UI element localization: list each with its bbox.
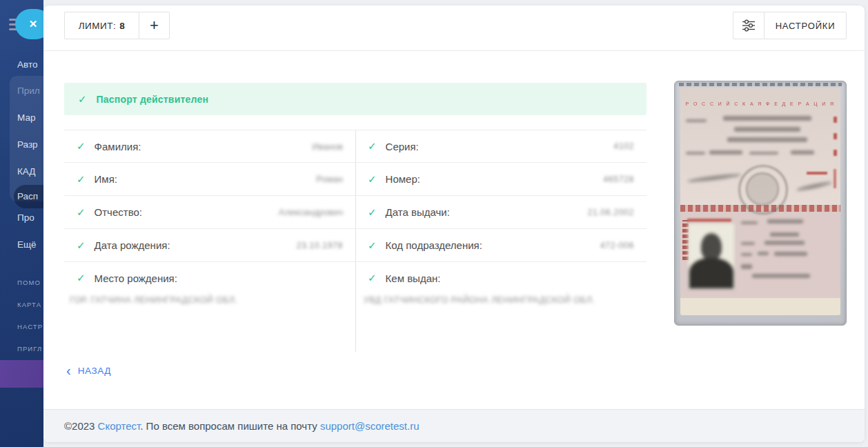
sidebar-item-2[interactable]: Мар [17,112,35,123]
check-icon: ✓ [368,239,377,252]
passport-bottom-page [680,212,840,298]
sidebar-item-invite[interactable]: ПРИГЛ [17,345,42,352]
sidebar-item-0[interactable]: Авто [17,59,37,70]
chevron-left-icon: ‹ [66,364,71,377]
check-icon: ✓ [77,140,86,152]
check-icon: ✓ [368,173,377,186]
sidebar-item-1[interactable]: Прил [17,86,40,96]
field-label: Дата выдачи: [386,206,450,218]
close-button[interactable]: ✕ [15,9,43,39]
copyright-text: ©2023 [64,420,98,432]
passport-photo [688,223,735,289]
filter-settings-button[interactable] [733,12,764,39]
sidebar: ✕ Авто Прил Мар Разр КАД Расп Про Ещё ПО… [0,0,43,447]
field-row-patronymic: ✓ Отчество: Александрович [64,196,355,229]
field-label: Код подразделения: [386,239,482,251]
check-icon: ✓ [77,272,86,284]
settings-button[interactable]: НАСТРОЙКИ [764,12,847,39]
back-link[interactable]: ‹ НАЗАД [66,364,111,377]
footer: ©2023 Скортест. По всем вопросам пишите … [43,409,865,442]
check-icon: ✓ [368,140,377,152]
sidebar-item-help[interactable]: ПОМО [17,279,41,286]
passport-sleeve-edge [679,83,842,86]
limit-display: ЛИМИТ: 8 [64,12,139,39]
sidebar-item-7[interactable]: Ещё [17,239,37,250]
field-label: Фамилия: [95,141,141,152]
check-icon: ✓ [368,272,377,284]
field-row-series: ✓ Серия: 4102 [355,130,647,163]
field-value-blurred: Александрович [279,207,343,217]
brand-link[interactable]: Скортест [98,420,141,432]
sidebar-item-5-selected[interactable]: Расп [17,191,38,201]
field-value-blurred: 465728 [603,175,634,184]
passport-image-preview[interactable]: Р О С С И Й С К А Я Ф Е Д Е Р А Ц И Я [674,81,847,326]
field-value-blurred: УВД ГАТЧИНСКОГО РАЙОНА ЛЕНИНГРАДСКОЙ ОБЛ… [364,295,647,305]
check-icon: ✓ [77,173,86,186]
field-label: Отчество: [95,206,142,218]
sliders-icon [742,19,756,32]
field-value-blurred: ГОР. ГАТЧИНА ЛЕНИНГРАДСКОЙ ОБЛ. [70,295,355,305]
back-label: НАЗАД [78,366,111,376]
status-text: Паспорт действителен [97,94,208,105]
plus-icon: + [150,17,159,34]
field-row-number: ✓ Номер: 465728 [355,163,647,196]
sidebar-item-4[interactable]: КАД [17,166,35,177]
close-icon: ✕ [29,18,38,30]
field-row-firstname: ✓ Имя: Роман [64,163,355,196]
field-row-birthplace: ✓ Место рождения: ГОР. ГАТЧИНА ЛЕНИНГРАД… [64,262,355,346]
support-email-link[interactable]: support@scoretest.ru [320,420,420,432]
check-icon: ✓ [78,93,87,106]
plan-banner[interactable]: ♛ ОСТ 4 Д [0,360,43,388]
field-row-issue-date: ✓ Дата выдачи: 21.06.2002 [355,196,647,229]
check-icon: ✓ [77,239,86,252]
field-row-birthdate: ✓ Дата рождения: 23.10.1978 [64,229,355,262]
limit-label: ЛИМИТ: [79,21,117,31]
sidebar-item-settings[interactable]: НАСТР [17,323,43,330]
field-value-blurred: Роман [316,174,343,184]
main-panel: ЛИМИТ: 8 + НАСТРОЙКИ ✓ Па [43,6,865,442]
passport-title: Р О С С И Й С К А Я Ф Е Д Е Р А Ц И Я [680,101,840,106]
status-banner: ✓ Паспорт действителен [64,83,647,115]
check-icon: ✓ [77,206,86,219]
settings-label: НАСТРОЙКИ [776,21,836,31]
limit-value: 8 [119,21,125,31]
sidebar-item-3[interactable]: Разр [17,139,38,150]
field-label: Кем выдан: [386,272,441,284]
field-value-blurred: 23.10.1978 [296,241,343,250]
add-limit-button[interactable]: + [139,12,170,39]
passport-pages: Р О С С И Й С К А Я Ф Е Д Е Р А Ц И Я [680,88,840,315]
footer-middle-text: . По всем вопросам пишите на почту [140,420,320,432]
field-value-blurred: 4102 [613,141,634,151]
app-root: ✕ Авто Прил Мар Разр КАД Расп Про Ещё ПО… [0,0,868,447]
field-row-issued-by: ✓ Кем выдан: УВД ГАТЧИНСКОГО РАЙОНА ЛЕНИ… [355,262,647,346]
sidebar-item-6[interactable]: Про [17,212,34,223]
field-label: Дата рождения: [95,239,170,251]
field-label: Серия: [386,141,419,152]
check-icon: ✓ [368,206,377,219]
field-row-division-code: ✓ Код подразделения: 472-006 [355,229,647,262]
topbar: ЛИМИТ: 8 + НАСТРОЙКИ [43,6,865,51]
field-label: Номер: [386,173,420,185]
field-label: Имя: [95,173,117,185]
field-value-blurred: 472-006 [600,241,634,250]
field-row-surname: ✓ Фамилия: Иванов [64,130,355,163]
passport-seal [738,165,788,215]
sidebar-item-card[interactable]: КАРТА [17,301,41,308]
field-value-blurred: 21.06.2002 [587,208,634,217]
passport-page-edge [680,298,840,315]
field-label: Место рождения: [95,272,177,284]
field-value-blurred: Иванов [312,141,343,152]
